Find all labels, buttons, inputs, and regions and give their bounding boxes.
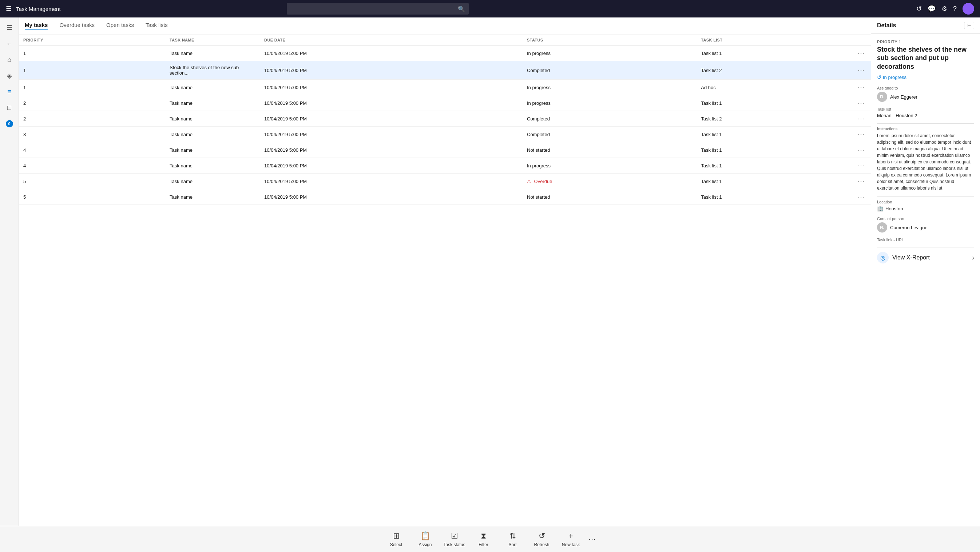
table-row[interactable]: 2 Task name 10/04/2019 5:00 PM In progre… — [19, 95, 871, 111]
bottom-btn-select[interactable]: ⊞ Select — [382, 528, 411, 550]
task-name-cell: Task name — [165, 127, 260, 142]
row-more-button[interactable]: ⋯ — [856, 177, 867, 186]
row-more-button[interactable]: ⋯ — [856, 99, 867, 107]
search-icon[interactable]: 🔍 — [458, 5, 465, 13]
tab-my-tasks[interactable]: My tasks — [25, 22, 48, 30]
filter-icon: ⧗ — [481, 531, 486, 541]
status-refresh-icon: ↺ — [877, 74, 881, 80]
avatar[interactable] — [963, 3, 974, 14]
tab-overdue-tasks[interactable]: Overdue tasks — [59, 22, 95, 30]
location-icon: 🏢 — [877, 205, 883, 212]
table-row[interactable]: 5 Task name 10/04/2019 5:00 PM Not start… — [19, 189, 871, 205]
status-cell: Completed — [527, 116, 550, 121]
due-date-cell: 10/04/2019 5:00 PM — [260, 46, 523, 61]
row-more-button[interactable]: ⋯ — [856, 130, 867, 138]
divider-1 — [877, 123, 974, 124]
task-name-cell: Task name — [165, 46, 260, 61]
task-name-cell: Task name — [165, 173, 260, 189]
filter-label: Filter — [479, 542, 488, 547]
more-cell: ⋯ — [851, 173, 871, 189]
table-row[interactable]: 1 Task name 10/04/2019 5:00 PM In progre… — [19, 80, 871, 95]
priority-cell: 1 — [19, 46, 165, 61]
left-nav: ☰ ← ⌂ ◈ ≡ □ 0 — [0, 17, 19, 526]
task-name-cell: Task name — [165, 111, 260, 127]
task-name-cell: Task name — [165, 95, 260, 111]
row-more-button[interactable]: ⋯ — [856, 49, 867, 57]
nav-badge: 0 — [6, 120, 13, 127]
task-name-cell: Task name — [165, 142, 260, 158]
bottom-btn-task-status[interactable]: ☑ Task status — [440, 528, 469, 550]
bottom-btn-sort[interactable]: ⇅ Sort — [498, 528, 527, 550]
priority-cell: 5 — [19, 173, 165, 189]
task-name-cell: Task name — [165, 80, 260, 95]
help-icon[interactable]: ? — [953, 5, 957, 13]
table-row[interactable]: 4 Task name 10/04/2019 5:00 PM In progre… — [19, 158, 871, 173]
task-name-cell: Task name — [165, 189, 260, 205]
settings-icon[interactable]: ⚙ — [942, 5, 947, 13]
more-cell: ⋯ — [851, 189, 871, 205]
refresh-top-icon[interactable]: ↺ — [916, 5, 922, 13]
table-row[interactable]: 3 Task name 10/04/2019 5:00 PM Completed… — [19, 127, 871, 142]
tab-task-lists[interactable]: Task lists — [146, 22, 168, 30]
location-value: Houston — [885, 206, 903, 212]
table-row[interactable]: 4 Task name 10/04/2019 5:00 PM Not start… — [19, 142, 871, 158]
status-cell: Completed — [527, 68, 550, 73]
tab-open-tasks[interactable]: Open tasks — [106, 22, 134, 30]
chat-icon[interactable]: 💬 — [928, 5, 935, 13]
status-cell: In progress — [527, 51, 550, 56]
status-cell-container: In progress — [523, 95, 697, 111]
row-more-button[interactable]: ⋯ — [856, 83, 867, 92]
table-row[interactable]: 1 Task name 10/04/2019 5:00 PM In progre… — [19, 46, 871, 61]
more-options-icon[interactable]: ⋯ — [585, 532, 599, 547]
status-cell-container: In progress — [523, 80, 697, 95]
status-cell: In progress — [527, 100, 550, 106]
priority-cell: 1 — [19, 61, 165, 80]
more-cell: ⋯ — [851, 61, 871, 80]
more-cell: ⋯ — [851, 111, 871, 127]
details-collapse-button[interactable]: ⊢ — [964, 22, 974, 29]
status-cell: Overdue — [527, 179, 552, 184]
nav-icon-store[interactable]: ◈ — [2, 68, 17, 83]
bottom-btn-new-task[interactable]: + New task — [557, 528, 585, 550]
more-cell: ⋯ — [851, 142, 871, 158]
refresh-icon: ↺ — [539, 531, 545, 541]
search-input[interactable] — [290, 6, 458, 12]
nav-icon-home[interactable]: ⌂ — [2, 52, 17, 67]
view-report-left: ◎ View X-Report — [877, 252, 930, 264]
row-more-button[interactable]: ⋯ — [856, 161, 867, 170]
table-row[interactable]: 5 Task name 10/04/2019 5:00 PM Overdue T… — [19, 173, 871, 189]
assigned-to-section: Assigned to FL Alex Eggerer — [877, 86, 974, 102]
contact-name: Cameron Levigne — [890, 225, 928, 230]
table-row[interactable]: 2 Task name 10/04/2019 5:00 PM Completed… — [19, 111, 871, 127]
tabs-bar: My tasks Overdue tasks Open tasks Task l… — [19, 17, 871, 35]
task-list-cell: Task list 2 — [697, 61, 851, 80]
status-tag-label: In progress — [883, 75, 907, 80]
status-cell-container: Completed — [523, 111, 697, 127]
bottom-btn-assign[interactable]: 📋 Assign — [411, 528, 440, 550]
row-more-button[interactable]: ⋯ — [856, 146, 867, 154]
row-more-button[interactable]: ⋯ — [856, 192, 867, 201]
nav-icon-tasks[interactable]: ≡ — [2, 84, 17, 99]
top-bar: ☰ Task Management 🔍 ↺ 💬 ⚙ ? — [0, 0, 980, 17]
due-date-cell: 10/04/2019 5:00 PM — [260, 158, 523, 173]
nav-icon-zero[interactable]: 0 — [2, 116, 17, 131]
row-more-button[interactable]: ⋯ — [856, 66, 867, 75]
assignee-name: Alex Eggerer — [890, 94, 917, 100]
instructions-section: Instructions Lorem ipsum dolor sit amet,… — [877, 127, 974, 191]
assigned-to-label: Assigned to — [877, 86, 974, 90]
view-report-row[interactable]: ◎ View X-Report › — [877, 247, 974, 268]
due-date-cell: 10/04/2019 5:00 PM — [260, 127, 523, 142]
instructions-text: Lorem ipsum dolor sit amet, consectetur … — [877, 132, 974, 191]
table-row[interactable]: 1 Stock the shelves of the new sub secti… — [19, 61, 871, 80]
due-date-cell: 10/04/2019 5:00 PM — [260, 189, 523, 205]
nav-icon-hamburger[interactable]: ☰ — [2, 21, 17, 35]
hamburger-menu-icon[interactable]: ☰ — [6, 5, 12, 13]
nav-icon-back[interactable]: ← — [2, 37, 17, 51]
col-due-date: DUE DATE — [260, 35, 523, 46]
bottom-btn-filter[interactable]: ⧗ Filter — [469, 528, 498, 550]
bottom-btn-refresh[interactable]: ↺ Refresh — [527, 528, 557, 550]
row-more-button[interactable]: ⋯ — [856, 114, 867, 123]
nav-icon-box[interactable]: □ — [2, 100, 17, 115]
search-box: 🔍 — [287, 3, 469, 14]
more-cell: ⋯ — [851, 80, 871, 95]
